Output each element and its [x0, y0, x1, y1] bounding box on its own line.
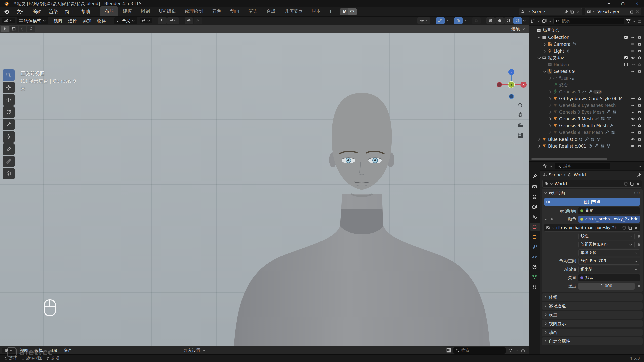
- properties-tab-view-layer[interactable]: [530, 203, 540, 210]
- fake-user-shield-icon[interactable]: [622, 225, 626, 230]
- hide-toggle[interactable]: [629, 42, 636, 46]
- workspace-tab-UV 编辑[interactable]: UV 编辑: [154, 6, 180, 16]
- chevron-down-icon[interactable]: [515, 349, 518, 352]
- menu-编辑[interactable]: 编辑: [29, 8, 45, 16]
- shading-rendered-button[interactable]: [513, 17, 522, 24]
- asset-search-input[interactable]: 搜索: [453, 347, 506, 354]
- outliner-row[interactable]: Genesis 9270: [529, 88, 644, 95]
- hide-toggle[interactable]: [629, 35, 636, 39]
- tool-tweak-select[interactable]: [3, 69, 15, 81]
- outliner-row[interactable]: Collection: [529, 34, 644, 41]
- display-mode-icon[interactable]: [530, 19, 535, 24]
- hide-toggle[interactable]: [629, 123, 636, 128]
- outliner-scrollbar[interactable]: [531, 158, 607, 160]
- keyframe-dot-icon[interactable]: [638, 243, 640, 246]
- chev-down-icon[interactable]: [542, 69, 547, 74]
- outliner-row[interactable]: Hidden: [529, 61, 644, 68]
- viewport-menu-添加[interactable]: 添加: [80, 17, 94, 25]
- viewlayer-selector[interactable]: ViewLayer: [585, 8, 641, 15]
- chev-right-icon[interactable]: [548, 117, 552, 121]
- checkbox-toggle[interactable]: [623, 56, 629, 60]
- chev-right-icon[interactable]: [542, 49, 547, 53]
- outliner-row[interactable]: Genesis 9 Eyelashes Mesh: [529, 102, 644, 109]
- proportional-editing-toggle[interactable]: [185, 17, 193, 24]
- projection-select[interactable]: 等距圆柱(ERP): [578, 241, 635, 248]
- outliner-row[interactable]: Blue Realistic.001: [529, 143, 644, 149]
- hide-toggle[interactable]: [629, 62, 636, 67]
- keyframe-dot-icon[interactable]: [638, 285, 640, 287]
- viewport-options-button[interactable]: 选项: [511, 26, 525, 32]
- maximize-button[interactable]: ▢: [616, 0, 630, 7]
- shading-material-button[interactable]: [504, 17, 513, 24]
- tool-move[interactable]: [3, 94, 15, 106]
- chevron-down-icon[interactable]: [549, 164, 553, 168]
- render-visibility-toggle[interactable]: [636, 56, 643, 60]
- transform-orientation[interactable]: 全局: [114, 17, 137, 24]
- chevron-down-icon[interactable]: [632, 19, 636, 23]
- hide-toggle[interactable]: [629, 103, 636, 107]
- chev-right-icon[interactable]: [548, 89, 552, 94]
- snap-toggle[interactable]: [158, 17, 167, 24]
- workspace-tab-脚本[interactable]: 脚本: [307, 6, 325, 16]
- workspace-tab-建模[interactable]: 建模: [118, 6, 136, 16]
- color-image-field[interactable]: citrus_orcha...esky_2k.hdr: [578, 216, 640, 223]
- panel-动画[interactable]: 动画: [542, 329, 643, 336]
- hide-toggle[interactable]: [629, 49, 636, 53]
- panel-雾场通道[interactable]: 雾场通道: [542, 302, 643, 310]
- viewport-menu-物体[interactable]: 物体: [94, 17, 109, 25]
- properties-search-input[interactable]: 搜索: [555, 163, 610, 169]
- properties-tab-modifiers[interactable]: [530, 243, 540, 251]
- chev-down-icon[interactable]: [537, 56, 541, 60]
- render-visibility-toggle[interactable]: [636, 137, 643, 141]
- copy-icon[interactable]: [630, 182, 634, 186]
- remove-icon[interactable]: [635, 9, 640, 14]
- visibility-dropdown[interactable]: [417, 17, 430, 24]
- hide-toggle[interactable]: [629, 144, 636, 148]
- properties-tab-object-data[interactable]: [530, 273, 540, 281]
- asset-menu-目录[interactable]: 目录: [46, 347, 61, 354]
- properties-tab-tool[interactable]: [530, 173, 540, 180]
- tool-annotate[interactable]: [3, 143, 15, 155]
- render-visibility-toggle[interactable]: [636, 123, 643, 128]
- properties-tab-object[interactable]: [530, 233, 540, 241]
- outliner-row[interactable]: Blue Realistic: [529, 136, 644, 143]
- chevron-down-icon[interactable]: [548, 19, 552, 23]
- camera-view-button[interactable]: [516, 121, 525, 130]
- chevron-down-icon[interactable]: [445, 19, 449, 22]
- unlink-icon[interactable]: [636, 182, 640, 186]
- hide-toggle[interactable]: [629, 130, 636, 134]
- chevron-down-icon[interactable]: [544, 217, 548, 221]
- workspace-tab-纹理绘制[interactable]: 纹理绘制: [180, 6, 208, 16]
- render-visibility-toggle[interactable]: [636, 96, 643, 101]
- chev-right-icon[interactable]: [548, 110, 552, 114]
- tool-transform[interactable]: [3, 131, 15, 143]
- outliner-row[interactable]: Genesis 9 Eyes Mesh: [529, 109, 644, 115]
- hide-toggle[interactable]: [629, 69, 636, 73]
- properties-editor-icon[interactable]: [542, 164, 547, 169]
- colorspace-select[interactable]: 线性 Rec.709: [578, 258, 640, 265]
- chev-down-icon[interactable]: [537, 35, 541, 40]
- asset-menu-选择[interactable]: 选择: [31, 347, 46, 354]
- navigation-gizmo[interactable]: Z X Y: [495, 68, 528, 101]
- workspace-tab-着色[interactable]: 着色: [208, 6, 226, 16]
- panel-设置[interactable]: 设置: [542, 311, 643, 319]
- outliner-row[interactable]: Genesis 9 Mesh: [529, 115, 644, 122]
- outliner-row[interactable]: Genesis 9: [529, 68, 644, 75]
- tool-scale[interactable]: [3, 119, 15, 130]
- select-mode-lasso[interactable]: [27, 26, 35, 32]
- panel-体积[interactable]: 体积: [542, 293, 643, 301]
- overlays-toggle[interactable]: [454, 17, 463, 24]
- chevron-down-icon[interactable]: [463, 19, 467, 22]
- workspace-tab-几何节点[interactable]: 几何节点: [280, 6, 307, 16]
- render-visibility-toggle[interactable]: [636, 103, 643, 107]
- snap-target-button[interactable]: [167, 17, 179, 24]
- hide-toggle[interactable]: [629, 137, 636, 141]
- properties-tab-render[interactable]: [530, 183, 540, 190]
- hide-toggle[interactable]: [630, 96, 636, 101]
- workspace-tab-雕刻[interactable]: 雕刻: [136, 6, 154, 16]
- surface-panel-header[interactable]: 表(曲)面 ::::: [542, 189, 643, 197]
- render-visibility-toggle[interactable]: [636, 35, 643, 39]
- minimize-button[interactable]: ─: [602, 0, 616, 7]
- outliner-row[interactable]: Light: [529, 48, 644, 54]
- hide-toggle[interactable]: [629, 117, 636, 121]
